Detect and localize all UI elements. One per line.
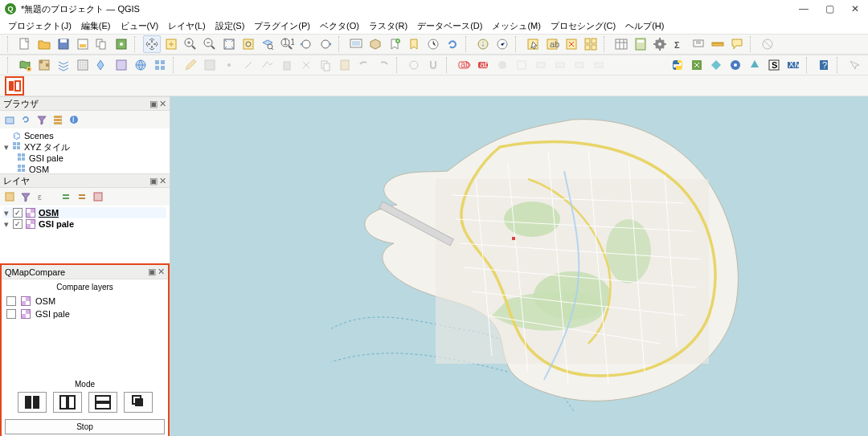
identify-button[interactable] [474,35,492,53]
mode-vsplit2-button[interactable] [53,392,82,413]
browser-properties-icon[interactable]: i [68,113,80,126]
zoom-next-button[interactable] [317,35,334,53]
plugin-d-button[interactable] [746,56,764,74]
compare-osm-checkbox[interactable] [6,296,16,306]
node-tool-button[interactable] [259,56,276,74]
select-all-button[interactable] [582,35,600,53]
open-table-button[interactable] [612,35,630,53]
pan-map-button[interactable] [143,35,161,53]
menu-mesh[interactable]: メッシュ(M) [489,18,544,34]
compare-stop-button[interactable]: Stop [5,419,165,434]
qmapcompare-toolbar-button[interactable] [5,76,24,96]
zoom-last-button[interactable] [297,35,315,53]
save-edits-button[interactable] [201,56,219,74]
map-canvas[interactable] [170,96,868,436]
plugin-xml-button[interactable]: XML [784,56,802,74]
compare-item-osm[interactable]: OSM [6,295,163,308]
open-project-button[interactable] [35,35,53,53]
browser-node-osm[interactable]: OSM [3,164,166,173]
zoom-layer-button[interactable] [259,35,276,53]
delete-button[interactable] [278,56,296,74]
new-map-view-button[interactable] [347,35,365,53]
snapping-button[interactable] [424,56,442,74]
zoom-native-button[interactable]: 1:1 [278,35,296,53]
new-project-button[interactable] [16,35,34,53]
browser-collapse-icon[interactable] [51,113,64,126]
layers-expr-icon[interactable]: ε [35,190,48,203]
no-selection-button[interactable] [845,56,863,74]
menu-layer[interactable]: レイヤ(L) [165,18,208,34]
measure-button[interactable] [709,35,727,53]
add-delimited-button[interactable] [74,56,92,74]
cut-button[interactable] [297,56,315,74]
browser-refresh-icon[interactable] [19,113,32,126]
select-value-button[interactable]: ab [543,35,561,53]
menu-settings[interactable]: 設定(S) [212,18,248,34]
edit-toggle-button[interactable] [182,56,199,74]
toolbox-button[interactable] [651,35,669,53]
digitize-shape-button[interactable] [405,56,423,74]
plugin-c-button[interactable] [727,56,744,74]
browser-undock-icon[interactable]: ▣ [149,99,158,109]
zoom-out-button[interactable] [201,35,219,53]
menu-vector[interactable]: ベクタ(O) [317,18,362,34]
browser-add-icon[interactable] [3,113,16,126]
refresh-button[interactable] [444,35,461,53]
layers-remove-icon[interactable] [92,190,104,203]
redo-button[interactable] [375,56,392,74]
menu-database[interactable]: データベース(D) [414,18,485,34]
plugin-a-button[interactable] [688,56,706,74]
menu-help[interactable]: ヘルプ(H) [622,18,667,34]
maptips-button[interactable] [690,35,707,53]
layers-filter-icon[interactable] [19,190,32,203]
field-calc-button[interactable] [632,35,649,53]
browser-close-icon[interactable]: ✕ [159,99,166,109]
copy-button[interactable] [317,56,334,74]
rotate-label-button[interactable] [551,56,569,74]
change-label-button[interactable] [571,56,588,74]
add-raster-button[interactable] [35,56,53,74]
layout-manager-button[interactable] [93,35,111,53]
undo-button[interactable] [355,56,373,74]
layer-gsipale-checkbox[interactable]: ✓ [13,219,23,229]
select-features-button[interactable] [524,35,542,53]
move-label-button[interactable] [532,56,550,74]
add-wms-button[interactable] [132,56,149,74]
layers-undock-icon[interactable]: ▣ [149,176,158,186]
highlight-button[interactable] [513,56,530,74]
zoom-full-button[interactable] [220,35,238,53]
browser-filter-icon[interactable] [35,113,48,126]
layers-tree[interactable]: ▾✓OSM ▾✓GSI pale [0,206,170,263]
add-xyz-button[interactable] [151,56,169,74]
browser-node-gsipale[interactable]: GSI pale [3,153,166,164]
plugin-b-button[interactable] [707,56,725,74]
move-feature-button[interactable] [240,56,257,74]
browser-node-xyz[interactable]: ▾XYZ タイル [3,141,166,153]
temporal-button[interactable] [424,35,442,53]
diagram-button[interactable] [493,56,511,74]
label-toolbar-button[interactable]: abc [474,56,492,74]
add-spatialite-button[interactable] [93,56,111,74]
pan-selection-button[interactable] [162,35,180,53]
menu-edit[interactable]: 編集(E) [78,18,114,34]
mode-vsplit-button[interactable] [18,392,47,413]
add-virtual-button[interactable] [113,56,130,74]
compare-gsipale-checkbox[interactable] [6,309,16,319]
browser-node-scenes[interactable]: ⌬Scenes [3,130,166,141]
bookmarks-button[interactable] [405,35,423,53]
new-bookmark-button[interactable] [386,35,403,53]
mode-hsplit-button[interactable] [88,392,117,413]
compare-item-gsipale[interactable]: GSI pale [6,308,163,320]
browser-tree[interactable]: ⌬Scenes ▾XYZ タイル GSI pale OSM [0,128,170,173]
style-manager-button[interactable] [113,35,130,53]
save-project-button[interactable] [55,35,72,53]
plugin-s-button[interactable]: S [765,56,783,74]
menu-processing[interactable]: プロセシング(C) [547,18,619,34]
compare-close-icon[interactable]: ✕ [158,267,165,277]
layer-osm[interactable]: ▾✓OSM [3,207,166,218]
menu-plugins[interactable]: プラグイン(P) [251,18,313,34]
compare-undock-icon[interactable]: ▣ [148,267,156,277]
layer-osm-checkbox[interactable]: ✓ [13,208,23,218]
minimize-button[interactable]: — [791,0,817,18]
zoom-in-button[interactable] [182,35,199,53]
